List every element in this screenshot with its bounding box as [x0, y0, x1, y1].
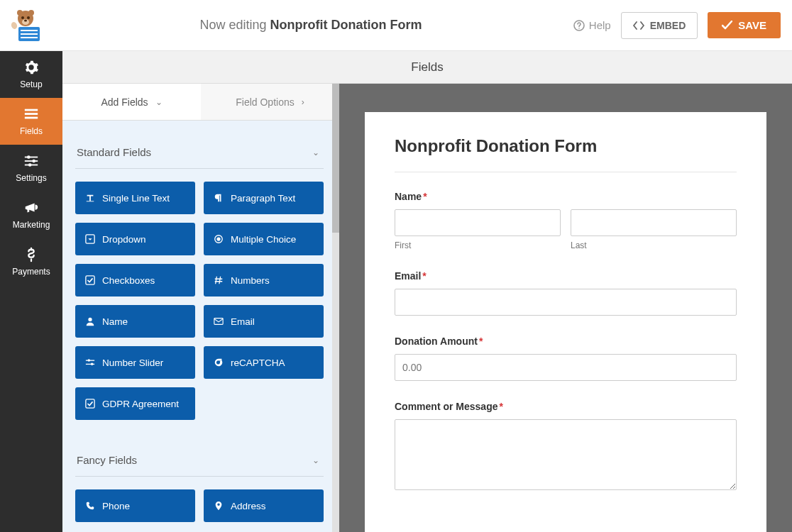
nav-marketing[interactable]: Marketing	[0, 192, 62, 238]
tab-field-options[interactable]: Field Options ›	[201, 84, 339, 120]
chevron-down-icon: ⌄	[312, 455, 319, 465]
help-link[interactable]: Help	[573, 19, 611, 31]
tab-add-fields[interactable]: Add Fields ⌄	[62, 84, 201, 120]
svg-rect-1	[21, 30, 38, 31]
group-standard-fields[interactable]: Standard Fields ⌄	[75, 133, 324, 169]
svg-rect-17	[25, 157, 38, 158]
field-label: Email*	[395, 270, 737, 282]
logo	[6, 6, 48, 45]
svg-rect-23	[87, 201, 94, 201]
nav-setup[interactable]: Setup	[0, 51, 62, 98]
field-label: Checkboxes	[102, 275, 155, 286]
form-field-name[interactable]: Name* First Last	[395, 191, 737, 250]
scrollbar-thumb[interactable]	[332, 84, 339, 233]
dollar-icon	[23, 247, 39, 262]
svg-point-6	[28, 10, 34, 16]
embed-button[interactable]: EMBED	[621, 12, 698, 39]
field-dropdown[interactable]: Dropdown	[75, 223, 195, 255]
field-address[interactable]: Address	[204, 489, 324, 522]
tab-label: Add Fields	[101, 96, 148, 108]
chevron-down-icon: ⌄	[155, 97, 163, 107]
sidebar-scroll[interactable]: Standard Fields ⌄ Single Line Text Parag…	[62, 121, 339, 532]
scrollbar-track[interactable]	[332, 84, 339, 532]
field-label: Comment or Message*	[395, 401, 737, 412]
field-single-line-text[interactable]: Single Line Text	[75, 182, 195, 214]
group-title: Standard Fields	[77, 146, 151, 158]
envelope-icon	[214, 316, 224, 326]
nav-fields[interactable]: Fields	[0, 98, 62, 145]
field-recaptcha[interactable]: reCAPTCHA	[204, 346, 324, 379]
svg-rect-34	[86, 399, 94, 408]
field-name[interactable]: Name	[75, 305, 195, 338]
comment-textarea[interactable]	[395, 419, 737, 490]
svg-point-13	[578, 28, 580, 29]
svg-rect-29	[214, 318, 223, 325]
svg-point-18	[27, 155, 31, 159]
editing-title: Now editing Nonprofit Donation Form	[48, 18, 573, 33]
svg-rect-2	[21, 33, 38, 35]
text-icon	[85, 193, 95, 203]
field-label: Address	[231, 501, 266, 511]
label-text: Name	[395, 191, 422, 202]
required-mark: *	[422, 270, 426, 282]
field-phone[interactable]: Phone	[75, 489, 195, 522]
field-label: Phone	[102, 501, 130, 511]
nav-label: Setup	[20, 79, 42, 89]
radio-icon	[214, 234, 224, 244]
field-numbers[interactable]: Numbers	[204, 264, 324, 297]
form-canvas[interactable]: Nonprofit Donation Form Name* First Last	[365, 112, 766, 532]
label-text: Comment or Message	[395, 401, 497, 412]
fancy-fields-grid: Phone Address	[75, 489, 324, 522]
field-email[interactable]: Email	[204, 305, 324, 338]
field-label: Numbers	[231, 275, 270, 286]
field-label: Number Slider	[102, 358, 163, 368]
field-label: Single Line Text	[102, 193, 170, 204]
svg-point-5	[17, 10, 23, 16]
form-field-email[interactable]: Email*	[395, 270, 737, 316]
help-icon	[573, 20, 585, 31]
svg-rect-19	[25, 160, 38, 162]
save-button[interactable]: SAVE	[708, 12, 781, 38]
standard-fields-grid: Single Line Text Paragraph Text Dropdown…	[75, 182, 324, 420]
svg-point-33	[91, 363, 94, 366]
field-number-slider[interactable]: Number Slider	[75, 346, 195, 379]
field-paragraph-text[interactable]: Paragraph Text	[204, 182, 324, 214]
nav-settings[interactable]: Settings	[0, 145, 62, 192]
help-label: Help	[589, 19, 611, 31]
bullhorn-icon	[23, 200, 39, 216]
last-name-input[interactable]	[571, 209, 737, 236]
field-label: GDPR Agreement	[102, 399, 179, 409]
svg-rect-14	[25, 109, 38, 111]
form-field-donation[interactable]: Donation Amount*	[395, 336, 737, 381]
svg-rect-27	[86, 276, 94, 284]
list-icon	[23, 106, 39, 122]
first-name-input[interactable]	[395, 209, 561, 236]
svg-rect-3	[21, 37, 38, 38]
svg-point-7	[21, 16, 24, 19]
label-text: Donation Amount	[395, 336, 478, 347]
nav-payments[interactable]: Payments	[0, 238, 62, 285]
group-fancy-fields[interactable]: Fancy Fields ⌄	[75, 441, 324, 477]
svg-point-22	[28, 163, 32, 167]
code-icon	[633, 21, 644, 31]
field-checkboxes[interactable]: Checkboxes	[75, 264, 195, 297]
user-icon	[85, 316, 95, 326]
svg-point-8	[27, 16, 30, 19]
google-icon	[214, 358, 224, 367]
top-actions: Help EMBED SAVE	[573, 12, 781, 39]
form-title: Nonprofit Donation Form	[395, 136, 737, 156]
donation-input[interactable]	[395, 354, 737, 381]
check-square-icon	[85, 399, 95, 409]
field-multiple-choice[interactable]: Multiple Choice	[204, 223, 324, 255]
tab-label: Field Options	[236, 96, 294, 108]
form-field-comment[interactable]: Comment or Message*	[395, 401, 737, 493]
field-gdpr[interactable]: GDPR Agreement	[75, 387, 195, 420]
form-preview-area: Nonprofit Donation Form Name* First Last	[339, 84, 792, 532]
phone-icon	[85, 501, 95, 511]
required-mark: *	[423, 191, 427, 202]
divider	[395, 172, 737, 172]
embed-label: EMBED	[650, 20, 686, 31]
gear-icon	[23, 60, 39, 75]
email-input[interactable]	[395, 289, 737, 316]
sublabel-first: First	[395, 240, 561, 250]
